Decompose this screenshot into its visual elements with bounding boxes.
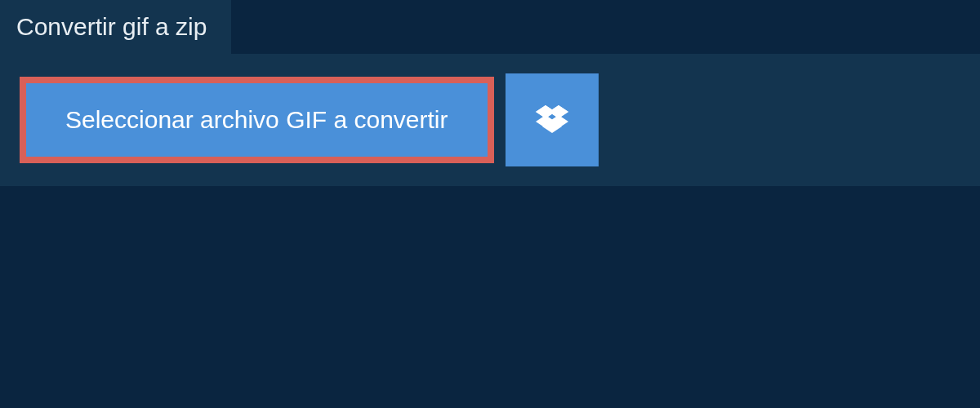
select-file-button[interactable]: Seleccionar archivo GIF a convertir [26, 83, 488, 157]
conversion-panel: Seleccionar archivo GIF a convertir [0, 54, 980, 186]
select-file-highlight: Seleccionar archivo GIF a convertir [20, 77, 494, 163]
select-file-label: Seleccionar archivo GIF a convertir [65, 106, 448, 133]
dropbox-button[interactable] [506, 73, 599, 166]
dropbox-icon [536, 103, 568, 138]
conversion-tab[interactable]: Convertir gif a zip [0, 0, 231, 54]
tab-title: Convertir gif a zip [16, 13, 207, 40]
